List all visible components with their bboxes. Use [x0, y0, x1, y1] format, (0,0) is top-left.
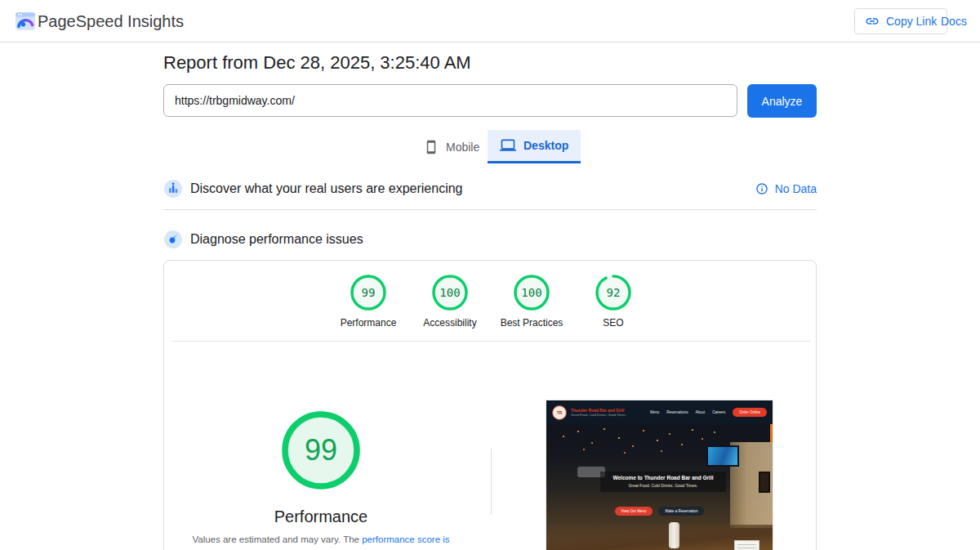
tab-mobile[interactable]: Mobile — [412, 130, 492, 163]
link-icon — [865, 14, 880, 29]
page-title: PageSpeed Insights — [38, 0, 184, 42]
card-divider — [172, 341, 810, 342]
preview-nav: Menu Reservations About Careers — [650, 410, 725, 414]
gauge-label: Performance — [198, 508, 443, 526]
gauge-value: 99 — [282, 411, 360, 490]
preview-site-logo: TR — [552, 405, 567, 420]
field-data-section: Discover what your real users are experi… — [163, 172, 817, 205]
app-header: PageSpeed Insights Copy Link Docs — [0, 0, 980, 42]
preview-hero-buttons: View Our Menu Make a Reservation — [546, 507, 773, 516]
preview-accent-strip — [770, 424, 773, 442]
score-value: 92 — [595, 275, 631, 311]
score-value: 100 — [432, 275, 468, 311]
preview-hero-subtitle: Great Food. Cold Drinks. Good Times. — [604, 483, 722, 488]
smartphone-icon — [424, 140, 439, 154]
preview-nav-item: Menu — [650, 410, 659, 414]
gauge-disclaimer: Values are estimated and may vary. The p… — [182, 534, 460, 544]
copy-link-label: Copy Link — [886, 15, 937, 28]
url-input[interactable] — [163, 84, 737, 117]
preview-brand-block: Thunder Road Bar and Grill Great Food. C… — [571, 408, 626, 418]
preview-tv-screen — [706, 445, 739, 467]
info-icon — [755, 182, 768, 195]
performance-score-link[interactable]: performance score is — [362, 534, 449, 544]
score-value: 99 — [350, 275, 386, 311]
score-circle-seo: 92 — [595, 275, 631, 311]
field-data-title: Discover what your real users are experi… — [190, 181, 462, 196]
vertical-divider — [491, 449, 492, 514]
lighthouse-report-card: 99 Performance 100 Accessibility 100 — [163, 260, 817, 550]
tab-desktop-label: Desktop — [523, 139, 568, 152]
preview-hero-overlay: Welcome to Thunder Road Bar and Grill Gr… — [600, 472, 726, 492]
score-value: 100 — [514, 275, 550, 311]
score-seo[interactable]: 92 SEO — [564, 275, 662, 329]
preview-hero-title: Welcome to Thunder Road Bar and Grill — [604, 475, 722, 481]
score-circle-performance: 99 — [350, 275, 386, 311]
preview-reservation-button: Make a Reservation — [658, 507, 704, 516]
preview-nav-item: About — [695, 410, 705, 414]
preview-nav-item: Careers — [712, 410, 725, 414]
score-label: SEO — [564, 317, 662, 329]
preview-menu-card — [734, 540, 760, 550]
section-divider — [163, 209, 817, 210]
lab-data-title: Diagnose performance issues — [190, 232, 363, 247]
laptop-icon — [500, 137, 516, 154]
preview-napkin-dispenser — [669, 522, 679, 548]
real-users-icon — [163, 179, 183, 199]
lab-data-section: Diagnose performance issues — [163, 223, 817, 256]
performance-gauge: 99 — [282, 411, 360, 490]
preview-order-online-button: Order Online — [733, 408, 767, 417]
docs-link[interactable]: Docs — [941, 0, 967, 42]
analyze-button[interactable]: Analyze — [747, 84, 817, 118]
diagnose-icon — [163, 230, 183, 249]
preview-string-lights — [563, 436, 564, 437]
preview-picture-frame — [759, 472, 770, 493]
site-screenshot-thumbnail: TR Thunder Road Bar and Grill Great Food… — [546, 400, 773, 550]
copy-link-button[interactable]: Copy Link — [854, 8, 947, 34]
score-circle-accessibility: 100 — [432, 275, 468, 311]
pagespeed-insights-page: PageSpeed Insights Copy Link Docs Report… — [0, 0, 980, 550]
preview-brand-tagline: Great Food. Cold Drinks. Good Times. — [571, 413, 626, 417]
score-circle-best-practices: 100 — [514, 275, 550, 311]
no-data-label: No Data — [775, 182, 817, 195]
preview-nav-item: Reservations — [666, 410, 688, 414]
tab-mobile-label: Mobile — [446, 141, 479, 154]
tab-desktop[interactable]: Desktop — [488, 130, 581, 163]
preview-view-menu-button: View Our Menu — [615, 507, 653, 516]
pagespeed-logo-icon — [15, 11, 36, 32]
disclaimer-text: Values are estimated and may vary. The — [192, 534, 362, 544]
no-data-link[interactable]: No Data — [755, 182, 817, 195]
preview-hero: Welcome to Thunder Road Bar and Grill Gr… — [546, 424, 773, 550]
report-heading: Report from Dec 28, 2025, 3:25:40 AM — [163, 52, 471, 74]
preview-site-header: TR Thunder Road Bar and Grill Great Food… — [546, 400, 773, 424]
